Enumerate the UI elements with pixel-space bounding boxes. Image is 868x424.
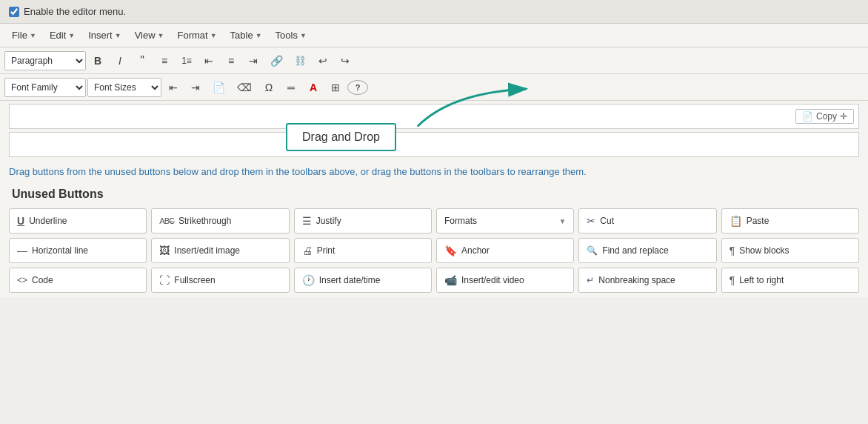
blockquote-button[interactable]: " — [132, 51, 153, 70]
anchor-icon: 🔖 — [444, 245, 457, 256]
table-button[interactable]: ⊞ — [325, 78, 346, 97]
font-family-select[interactable]: Font Family — [4, 78, 86, 97]
move-cursor-icon: ✛ — [840, 111, 847, 122]
hr-button[interactable]: ═ — [281, 78, 301, 97]
menu-file[interactable]: File ▼ — [6, 27, 42, 44]
unordered-list-button[interactable]: ≡ — [154, 51, 175, 70]
hr-icon: — — [17, 245, 27, 256]
ltr-icon: ¶ — [730, 274, 735, 286]
special-char-button[interactable]: Ω — [258, 78, 279, 97]
italic-button[interactable]: I — [110, 51, 130, 70]
font-size-select[interactable]: Font Sizes — [87, 78, 161, 97]
toolbar-row-1: Paragraph B I " ≡ 1≡ ⇤ ≡ ⇥ 🔗 ⛓️ ↩ ↪ — [0, 47, 868, 74]
content-wrap: File ▼ Edit ▼ Insert ▼ View ▼ Format ▼ T… — [0, 24, 868, 297]
menu-view[interactable]: View ▼ — [129, 27, 170, 44]
menu-format[interactable]: Format ▼ — [172, 27, 223, 44]
print-button[interactable]: 🖨 Print — [294, 238, 432, 263]
print-icon: 🖨 — [302, 245, 313, 256]
link-button[interactable]: 🔗 — [265, 51, 288, 70]
justify-button[interactable]: ☰ Justify — [294, 208, 432, 233]
cut-icon: ✂ — [587, 215, 595, 227]
paste-icon: 📋 — [730, 215, 742, 227]
view-menu-arrow: ▼ — [158, 32, 164, 39]
paragraph-select[interactable]: Paragraph — [4, 51, 86, 70]
unlink-button[interactable]: ⛓️ — [290, 51, 311, 70]
file-menu-arrow: ▼ — [30, 32, 36, 39]
menu-tools[interactable]: Tools ▼ — [270, 27, 313, 44]
find-replace-icon: 🔍 — [587, 245, 598, 256]
underline-icon: U — [17, 215, 24, 227]
image-icon: 🖼 — [159, 245, 170, 256]
formats-dropdown-arrow: ▼ — [558, 217, 566, 225]
video-button[interactable]: 📹 Insert/edit video — [436, 268, 574, 293]
show-blocks-icon: ¶ — [730, 245, 735, 256]
unused-buttons-grid: U Underline ABC̶ Strikethrough ☰ Justify… — [9, 208, 859, 293]
drag-drop-tooltip: Drag and Drop — [286, 123, 396, 151]
menu-edit[interactable]: Edit ▼ — [44, 27, 81, 44]
top-bar: Enable the editor menu. — [0, 0, 868, 24]
align-left-button[interactable]: ⇤ — [198, 51, 219, 70]
justify-icon: ☰ — [302, 215, 312, 227]
ltr-button[interactable]: ¶ Left to right — [721, 268, 859, 293]
fullscreen-icon: ⛶ — [159, 274, 170, 286]
copy-icon: 📄 — [802, 111, 813, 122]
table-menu-arrow: ▼ — [256, 32, 262, 39]
underline-button[interactable]: U Underline — [9, 208, 147, 233]
bold-button[interactable]: B — [87, 51, 108, 70]
strikethrough-button[interactable]: ABC̶ Strikethrough — [151, 208, 289, 233]
empty-toolbar-2 — [9, 132, 859, 157]
align-right-button[interactable]: ⇥ — [243, 51, 264, 70]
editor-area: 📄 Copy ✛ Drag and Drop — [0, 101, 868, 160]
help-button[interactable]: ? — [347, 80, 368, 95]
ordered-list-button[interactable]: 1≡ — [176, 51, 197, 70]
code-icon: <> — [17, 275, 27, 285]
strikethrough-icon: ABC̶ — [159, 216, 174, 226]
font-family-group: Font Family — [4, 78, 86, 97]
format-menu-arrow: ▼ — [210, 32, 217, 39]
datetime-button[interactable]: 🕐 Insert date/time — [294, 268, 432, 293]
font-size-group: Font Sizes — [87, 78, 161, 97]
anchor-button[interactable]: 🔖 Anchor — [436, 238, 574, 263]
edit-menu-arrow: ▼ — [68, 32, 75, 39]
menu-bar: File ▼ Edit ▼ Insert ▼ View ▼ Format ▼ T… — [0, 24, 868, 47]
paste-button[interactable]: 📋 Paste — [721, 208, 859, 233]
redo-button[interactable]: ↪ — [335, 51, 355, 70]
datetime-icon: 🕐 — [302, 274, 315, 286]
insert-image-button[interactable]: 🖼 Insert/edit image — [151, 238, 289, 263]
fullscreen-button[interactable]: ⛶ Fullscreen — [151, 268, 289, 293]
enable-editor-checkbox[interactable] — [9, 7, 19, 17]
drag-drop-area: Drag and Drop — [4, 132, 864, 157]
formats-button[interactable]: Formats ▼ — [436, 208, 574, 233]
video-icon: 📹 — [444, 274, 457, 286]
enable-editor-label: Enable the editor menu. — [24, 6, 126, 17]
find-replace-button[interactable]: 🔍 Find and replace — [578, 238, 716, 263]
unused-buttons-section: Unused Buttons U Underline ABC̶ Striketh… — [0, 183, 868, 297]
nbsp-button[interactable]: ↵ Nonbreaking space — [578, 268, 716, 293]
horizontal-line-button[interactable]: — Horizontal line — [9, 238, 147, 263]
copy-button[interactable]: 📄 Copy ✛ — [795, 109, 854, 124]
code-button[interactable]: <> Code — [9, 268, 147, 293]
nbsp-icon: ↵ — [587, 275, 594, 285]
clear-format-button[interactable]: ⌫ — [232, 78, 257, 97]
unused-buttons-title: Unused Buttons — [9, 188, 859, 201]
align-center-button[interactable]: ≡ — [221, 51, 241, 70]
menu-table[interactable]: Table ▼ — [224, 27, 268, 44]
show-blocks-button[interactable]: ¶ Show blocks — [721, 238, 859, 263]
paste-word-button[interactable]: 📄 — [207, 78, 230, 97]
undo-button[interactable]: ↩ — [313, 51, 333, 70]
cut-button[interactable]: ✂ Cut — [578, 208, 716, 233]
instructions-text: Drag buttons from the unused buttons bel… — [0, 160, 868, 183]
insert-menu-arrow: ▼ — [115, 32, 121, 39]
font-color-button[interactable]: A — [303, 78, 324, 97]
menu-insert[interactable]: Insert ▼ — [82, 27, 127, 44]
indent-button[interactable]: ⇥ — [185, 78, 206, 97]
empty-toolbar-1: 📄 Copy ✛ — [9, 104, 859, 129]
outdent-button[interactable]: ⇤ — [163, 78, 184, 97]
toolbar-row-2: Font Family Font Sizes ⇤ ⇥ 📄 ⌫ Ω ═ A ⊞ ? — [0, 74, 868, 101]
tools-menu-arrow: ▼ — [300, 32, 307, 39]
